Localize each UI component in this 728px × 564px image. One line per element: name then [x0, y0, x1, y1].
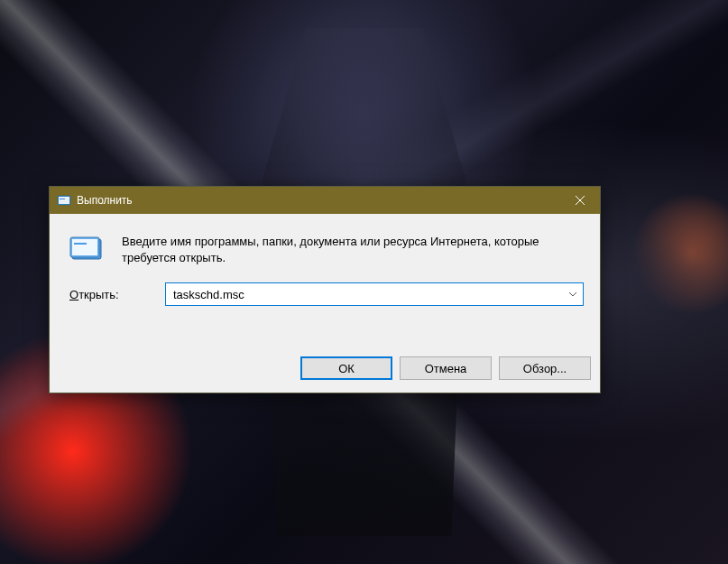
dialog-title: Выполнить	[77, 194, 559, 207]
svg-rect-10	[74, 243, 87, 245]
svg-rect-2	[60, 199, 65, 199]
run-titlebar-icon	[57, 193, 71, 208]
svg-rect-9	[72, 239, 97, 255]
info-row: Введите имя программы, папки, документа …	[66, 234, 584, 266]
button-row: ОК Отмена Обзор...	[50, 344, 600, 393]
svg-rect-1	[59, 197, 69, 204]
run-dialog-icon	[69, 236, 106, 264]
open-combobox[interactable]	[165, 282, 584, 306]
open-label: Открыть:	[66, 288, 156, 301]
combo-dropdown-button[interactable]	[563, 283, 583, 305]
browse-button[interactable]: Обзор...	[499, 356, 591, 380]
open-input[interactable]	[165, 282, 584, 306]
close-icon	[576, 196, 585, 205]
input-row: Открыть:	[66, 282, 584, 306]
ok-button[interactable]: ОК	[300, 356, 392, 380]
cancel-button[interactable]: Отмена	[400, 356, 492, 380]
close-button[interactable]	[559, 187, 600, 214]
chevron-down-icon	[569, 292, 576, 297]
info-text: Введите имя программы, папки, документа …	[122, 234, 584, 266]
run-dialog: Выполнить Введите имя программы, папки, …	[49, 186, 601, 393]
dialog-body: Введите имя программы, папки, документа …	[50, 214, 600, 344]
titlebar[interactable]: Выполнить	[50, 187, 600, 214]
